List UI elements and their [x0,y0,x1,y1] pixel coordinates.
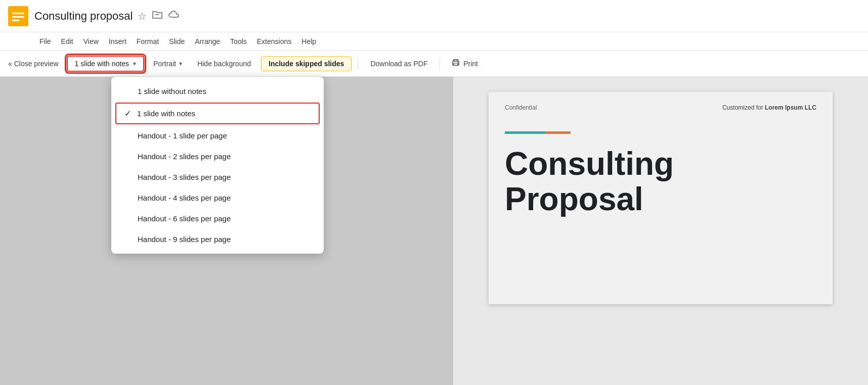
slide-accent-lines [505,131,816,134]
handout-1-label: Handout - 1 slide per page [138,131,227,140]
star-icon[interactable]: ☆ [138,10,147,22]
slide-header: Confidential Customized for Lorem Ipsum … [505,104,816,111]
print-button[interactable]: Print [446,55,483,72]
folder-icon[interactable] [152,10,163,22]
slide-preview-area: Confidential Customized for Lorem Ipsum … [453,77,868,385]
include-skipped-button[interactable]: Include skipped slides [261,56,352,71]
dropdown-item-handout-6[interactable]: Handout - 6 slides per page [111,208,324,229]
main-area: 1 slide without notes ✓ 1 slide with not… [0,77,868,385]
close-preview-button[interactable]: « Close preview [8,60,59,68]
checkmark-icon: ✓ [124,109,131,118]
handout-2-label: Handout - 2 slides per page [138,152,231,161]
dropdown-selected-label: 1 slide with notes [75,60,129,68]
dropdown-item-handout-3[interactable]: Handout - 3 slides per page [111,167,324,187]
handout-3-label: Handout - 3 slides per page [138,173,231,181]
with-notes-label: 1 slide with notes [137,109,195,118]
portrait-label: Portrait [153,60,176,68]
printer-icon [451,58,460,69]
top-bar: Consulting proposal ☆ [0,0,868,32]
without-notes-label: 1 slide without notes [138,87,206,95]
menu-format[interactable]: Format [132,35,164,47]
menu-extensions[interactable]: Extensions [252,35,296,47]
svg-rect-5 [454,63,458,65]
title-icons: ☆ [138,10,180,22]
menu-arrange[interactable]: Arrange [190,35,225,47]
menu-tools[interactable]: Tools [225,35,252,47]
menu-slide[interactable]: Slide [164,35,190,47]
print-label: Print [463,60,478,68]
accent-teal-bar [505,131,545,134]
handout-4-label: Handout - 4 slides per page [138,194,231,202]
dropdown-item-with-notes[interactable]: ✓ 1 slide with notes [115,103,320,124]
slide-main-title: Consulting Proposal [505,146,816,217]
menu-help[interactable]: Help [296,35,321,47]
slide-card: Confidential Customized for Lorem Ipsum … [489,92,833,304]
menu-insert[interactable]: Insert [104,35,132,47]
slide-title-line2: Proposal [505,181,816,217]
accent-orange-bar [545,131,571,134]
toolbar-separator-2 [440,58,440,70]
menu-edit[interactable]: Edit [56,35,78,47]
svg-rect-3 [12,20,19,21]
handout-9-label: Handout - 9 slides per page [138,235,231,244]
doc-title: Consulting proposal [34,10,133,23]
chevron-down-icon: ▾ [133,60,136,67]
portrait-chevron-icon: ▾ [179,60,182,67]
slide-company-name: Lorem Ipsum LLC [765,104,816,111]
dropdown-item-handout-9[interactable]: Handout - 9 slides per page [111,229,324,250]
slide-customized-for: Customized for Lorem Ipsum LLC [722,104,816,111]
download-pdf-button[interactable]: Download as PDF [364,57,433,71]
handout-6-label: Handout - 6 slides per page [138,214,231,223]
dropdown-item-without-notes[interactable]: 1 slide without notes [111,81,324,102]
menu-bar: File Edit View Insert Format Slide Arran… [0,32,868,51]
cloud-icon[interactable] [168,10,180,22]
slide-title-line1: Consulting [505,146,816,181]
svg-rect-1 [12,13,24,14]
dropdown-item-handout-2[interactable]: Handout - 2 slides per page [111,146,324,167]
toolbar-separator [358,58,358,70]
app-icon [8,6,28,26]
dropdown-item-handout-4[interactable]: Handout - 4 slides per page [111,187,324,208]
portrait-dropdown-button[interactable]: Portrait ▾ [148,57,187,71]
layout-dropdown-button[interactable]: 1 slide with notes ▾ [67,56,144,72]
svg-rect-2 [12,16,24,18]
menu-view[interactable]: View [78,35,104,47]
svg-point-6 [457,62,458,63]
toolbar: « Close preview 1 slide with notes ▾ Por… [0,51,868,77]
slide-confidential-label: Confidential [505,104,537,111]
menu-file[interactable]: File [34,35,56,47]
layout-dropdown-menu: 1 slide without notes ✓ 1 slide with not… [111,77,324,254]
dropdown-item-handout-1[interactable]: Handout - 1 slide per page [111,125,324,146]
hide-background-button[interactable]: Hide background [191,57,257,71]
